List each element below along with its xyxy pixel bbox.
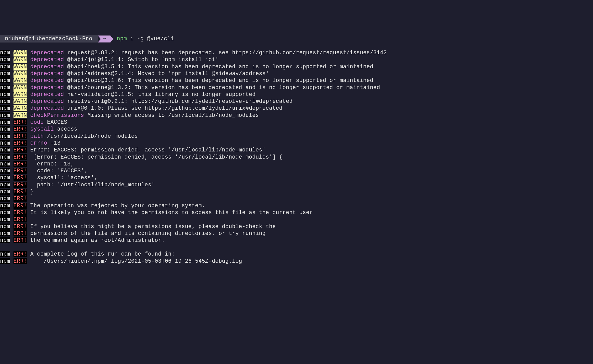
warn-keyword: deprecated: [30, 64, 64, 70]
output-line: npm ERR!: [0, 216, 593, 223]
err-badge: ERR!: [14, 154, 27, 160]
warn-keyword: deprecated: [30, 71, 64, 77]
warn-message: @hapi/hoek@8.5.1: This version has been …: [64, 64, 373, 70]
output-line: npm ERR! code EACCES: [0, 119, 593, 126]
npm-prefix: npm: [0, 85, 10, 91]
err-message: [Error: EACCES: permission denied, acces…: [27, 154, 282, 160]
warn-badge: WARN: [14, 98, 27, 104]
err-value: /usr/local/lib/node_modules: [44, 133, 138, 139]
output-line: npm WARN deprecated @hapi/joi@15.1.1: Sw…: [0, 56, 593, 63]
err-message: path: '/usr/local/lib/node_modules': [27, 182, 155, 188]
err-message: The operation was rejected by your opera…: [27, 203, 205, 209]
output-line: npm ERR! It is likely you do not have th…: [0, 209, 593, 216]
warn-keyword: deprecated: [30, 105, 64, 111]
npm-prefix: npm: [0, 223, 10, 230]
output-line: npm WARN deprecated request@2.88.2: requ…: [0, 49, 593, 56]
warn-badge: WARN: [14, 77, 27, 83]
npm-prefix: npm: [0, 216, 10, 222]
err-badge: ERR!: [14, 133, 27, 139]
command-executable: npm: [113, 35, 127, 42]
npm-prefix: npm: [0, 203, 10, 209]
err-value: access: [54, 126, 77, 132]
err-value: -13: [47, 140, 61, 146]
err-badge: ERR!: [14, 237, 27, 243]
err-badge: ERR!: [14, 182, 27, 188]
warn-message: @hapi/topo@3.1.6: This version has been …: [64, 77, 373, 83]
warn-badge: WARN: [14, 50, 27, 56]
output-line: npm WARN deprecated @hapi/hoek@8.5.1: Th…: [0, 63, 593, 70]
warn-message: har-validator@5.1.5: this library is no …: [64, 91, 256, 97]
err-message: syscall: 'access',: [27, 175, 98, 181]
warn-keyword: checkPermissions: [30, 112, 84, 118]
err-badge: ERR!: [14, 230, 27, 236]
terminal-output: niuben@niubendeMacBook-Pro ~ npm i -g @v…: [0, 29, 593, 272]
err-key: errno: [30, 140, 47, 146]
npm-prefix: npm: [0, 126, 10, 132]
err-key: path: [30, 133, 44, 139]
output-line: npm ERR! code: 'EACCES',: [0, 167, 593, 174]
err-message: errno: -13,: [27, 161, 74, 167]
warn-message: resolve-url@0.2.1: https://github.com/ly…: [64, 98, 293, 104]
warn-badge: WARN: [14, 105, 27, 111]
output-line: npm WARN checkPermissions Missing write …: [0, 112, 593, 119]
npm-prefix: npm: [0, 105, 10, 111]
npm-prefix: npm: [0, 57, 10, 63]
output-line: npm WARN deprecated urix@0.1.0: Please s…: [0, 105, 593, 112]
warn-keyword: deprecated: [30, 50, 64, 56]
output-line: npm ERR! [Error: EACCES: permission deni…: [0, 154, 593, 161]
err-key: code: [30, 119, 44, 125]
warn-badge: WARN: [14, 91, 27, 97]
err-badge: ERR!: [14, 223, 27, 230]
warn-message: @hapi/address@2.1.4: Moved to 'npm insta…: [64, 71, 269, 77]
output-line: npm ERR! permissions of the file and its…: [0, 230, 593, 237]
output-line: npm WARN deprecated har-validator@5.1.5:…: [0, 91, 593, 98]
warn-message: urix@0.1.0: Please see https://github.co…: [64, 105, 282, 111]
npm-prefix: npm: [0, 161, 10, 167]
err-badge: ERR!: [14, 195, 27, 202]
output-line: npm ERR! The operation was rejected by y…: [0, 202, 593, 209]
prompt-line[interactable]: niuben@niubendeMacBook-Pro ~ npm i -g @v…: [0, 35, 593, 42]
npm-prefix: npm: [0, 209, 10, 216]
warn-keyword: deprecated: [30, 77, 64, 83]
output-line: npm ERR! errno: -13,: [0, 161, 593, 167]
err-message: If you believe this might be a permissio…: [27, 223, 276, 230]
npm-prefix: npm: [0, 251, 10, 257]
warn-badge: WARN: [14, 71, 27, 77]
prompt-user-host: niuben@niubendeMacBook-Pro: [0, 35, 98, 42]
output-line: npm WARN deprecated @hapi/address@2.1.4:…: [0, 70, 593, 77]
err-badge: ERR!: [14, 168, 27, 174]
err-badge: ERR!: [14, 251, 27, 257]
npm-prefix: npm: [0, 168, 10, 174]
output-line: npm ERR! }: [0, 188, 593, 195]
output-line: npm ERR! path: '/usr/local/lib/node_modu…: [0, 181, 593, 188]
err-badge: ERR!: [14, 216, 27, 222]
npm-prefix: npm: [0, 119, 10, 125]
npm-prefix: npm: [0, 230, 10, 236]
err-message: code: 'EACCES',: [27, 168, 88, 174]
err-message: the command again as root/Administrator.: [27, 237, 165, 243]
err-badge: ERR!: [14, 161, 27, 167]
warn-badge: WARN: [14, 57, 27, 63]
npm-prefix: npm: [0, 195, 10, 202]
err-message: A complete log of this run can be found …: [27, 251, 175, 257]
warn-keyword: deprecated: [30, 85, 64, 91]
err-badge: ERR!: [14, 209, 27, 216]
warn-keyword: deprecated: [30, 91, 64, 97]
err-badge: ERR!: [14, 119, 27, 125]
warn-message: @hapi/joi@15.1.1: Switch to 'npm install…: [64, 57, 219, 63]
output-line: npm ERR! syscall: 'access',: [0, 174, 593, 181]
output-line: npm WARN deprecated @hapi/topo@3.1.6: Th…: [0, 77, 593, 84]
npm-prefix: npm: [0, 182, 10, 188]
err-badge: ERR!: [14, 175, 27, 181]
err-message: }: [27, 189, 34, 195]
warn-message: @hapi/bourne@1.3.2: This version has bee…: [64, 85, 380, 91]
output-line: npm ERR! A complete log of this run can …: [0, 251, 593, 258]
err-badge: ERR!: [14, 203, 27, 209]
npm-prefix: npm: [0, 133, 10, 139]
output-line: npm ERR!: [0, 195, 593, 202]
output-line: npm ERR! syscall access: [0, 126, 593, 133]
output-line: [0, 244, 593, 251]
warn-keyword: deprecated: [30, 98, 64, 104]
output-line: npm WARN deprecated @hapi/bourne@1.3.2: …: [0, 84, 593, 91]
warn-badge: WARN: [14, 64, 27, 70]
